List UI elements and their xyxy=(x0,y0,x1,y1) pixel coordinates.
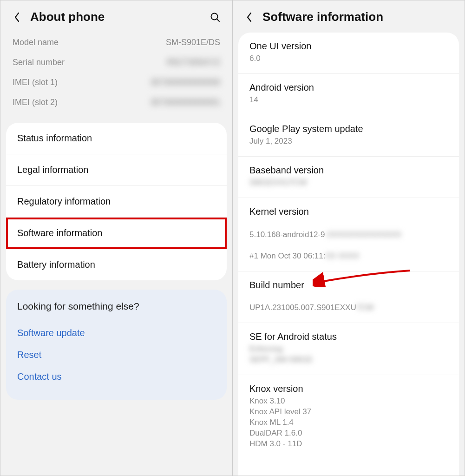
android-value: 14 xyxy=(249,95,448,106)
page-title: Software information xyxy=(262,10,453,24)
search-icon xyxy=(210,12,221,23)
about-phone-screen: About phone Model name SM-S901E/DS Seria… xyxy=(0,0,232,476)
contact-us-link[interactable]: Contact us xyxy=(17,366,216,388)
build-value-hidden: 7CW xyxy=(356,303,374,313)
svg-line-1 xyxy=(217,19,219,21)
software-info-card: One UI version 6.0 Android version 14 Go… xyxy=(238,33,459,476)
one-ui-value: 6.0 xyxy=(249,53,448,64)
back-button[interactable] xyxy=(12,12,23,23)
imei1-label: IMEI (slot 1) xyxy=(13,78,58,87)
se-value: Enforcing SEPF_SM-S901E xyxy=(249,344,448,365)
se-label: SE for Android status xyxy=(249,331,448,342)
chevron-left-icon xyxy=(246,12,253,23)
search-button[interactable] xyxy=(209,11,221,23)
google-play-update-row[interactable]: Google Play system update July 1, 2023 xyxy=(238,115,459,157)
model-row[interactable]: Model name SM-S901E/DS xyxy=(13,33,220,53)
serial-value: R5CT30NXYZ xyxy=(167,58,220,67)
chevron-left-icon xyxy=(13,12,21,23)
one-ui-label: One UI version xyxy=(249,41,448,52)
build-value-visible: UP1A.231005.007.S901EXXU xyxy=(249,303,356,312)
status-information-row[interactable]: Status information xyxy=(6,123,227,154)
software-update-link[interactable]: Software update xyxy=(17,322,216,344)
header: About phone xyxy=(0,0,232,33)
imei2-value: 357300000000001 xyxy=(151,98,220,107)
kernel-value: 5.10.168-android12-9-XXXXXXXXXXXXXX #1 M… xyxy=(249,219,448,262)
serial-row[interactable]: Serial number R5CT30NXYZ xyxy=(13,53,220,73)
regulatory-information-row[interactable]: Regulatory information xyxy=(6,186,227,218)
android-label: Android version xyxy=(249,82,448,93)
kernel-line1-visible: 5.10.168-android12-9 xyxy=(249,230,325,239)
one-ui-version-row[interactable]: One UI version 6.0 xyxy=(238,33,459,74)
reset-link[interactable]: Reset xyxy=(17,344,216,366)
build-label: Build number xyxy=(249,280,448,291)
baseband-version-row[interactable]: Baseband version S901EXXU7CW xyxy=(238,157,459,198)
gplay-label: Google Play system update xyxy=(249,124,448,134)
model-value: SM-S901E/DS xyxy=(166,38,220,47)
header: Software information xyxy=(233,0,465,33)
kernel-version-row[interactable]: Kernel version 5.10.168-android12-9-XXXX… xyxy=(238,198,459,271)
device-identifiers: Model name SM-S901E/DS Serial number R5C… xyxy=(0,33,232,123)
build-number-row[interactable]: Build number UP1A.231005.007.S901EXXU7CW xyxy=(238,271,459,324)
page-title: About phone xyxy=(30,10,202,24)
imei2-row[interactable]: IMEI (slot 2) 357300000000001 xyxy=(13,93,220,112)
kernel-line2-hidden: XX XXXX xyxy=(326,251,360,262)
android-version-row[interactable]: Android version 14 xyxy=(238,74,459,115)
knox-value: Knox 3.10 Knox API level 37 Knox ML 1.4 … xyxy=(249,396,448,450)
se-android-status-row[interactable]: SE for Android status Enforcing SEPF_SM-… xyxy=(238,323,459,375)
baseband-value: S901EXXU7CW xyxy=(249,178,448,188)
knox-label: Knox version xyxy=(249,383,448,394)
software-information-row[interactable]: Software information xyxy=(6,218,227,249)
software-information-screen: Software information One UI version 6.0 … xyxy=(232,0,465,476)
serial-label: Serial number xyxy=(13,58,65,67)
back-button[interactable] xyxy=(244,12,255,23)
knox-version-row[interactable]: Knox version Knox 3.10 Knox API level 37… xyxy=(238,375,459,459)
info-links-card: Status information Legal information Reg… xyxy=(6,123,227,280)
imei1-value: 357300000000000 xyxy=(151,78,220,87)
baseband-label: Baseband version xyxy=(249,165,448,176)
build-value: UP1A.231005.007.S901EXXU7CW xyxy=(249,292,448,314)
kernel-line2-visible: #1 Mon Oct 30 06:11: xyxy=(249,251,326,260)
imei2-label: IMEI (slot 2) xyxy=(13,98,58,107)
battery-information-row[interactable]: Battery information xyxy=(6,249,227,280)
legal-information-row[interactable]: Legal information xyxy=(6,154,227,186)
gplay-value: July 1, 2023 xyxy=(249,136,448,147)
looking-for-heading: Looking for something else? xyxy=(17,301,216,312)
kernel-label: Kernel version xyxy=(249,206,448,217)
imei1-row[interactable]: IMEI (slot 1) 357300000000000 xyxy=(13,73,220,93)
kernel-line1-hidden: -XXXXXXXXXXXXXX xyxy=(325,230,401,240)
model-label: Model name xyxy=(13,38,59,47)
looking-for-card: Looking for something else? Software upd… xyxy=(6,290,227,400)
